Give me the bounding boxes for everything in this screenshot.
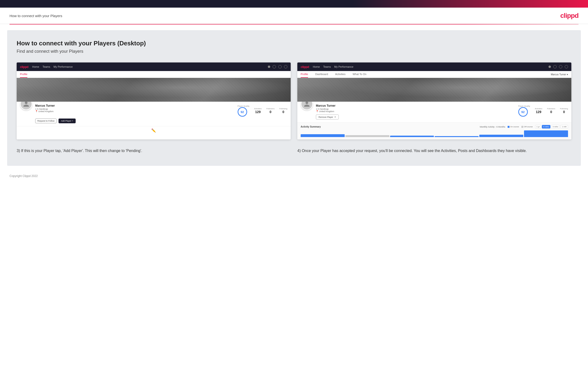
top-bar [0, 0, 588, 8]
app-navbar-left: clippd Home Teams My Performance [17, 62, 291, 71]
cursor-icon-left: ✏️ [151, 128, 156, 133]
stat-activities-left: Activities 129 [254, 108, 262, 114]
app-tabs-left: Profile [17, 71, 291, 78]
tab-whattoon-right[interactable]: What To On [353, 71, 366, 78]
logo: clippd [560, 12, 579, 19]
header: How to connect with your Players clippd [0, 8, 588, 24]
stat-quality-left: Player Quality 92 [238, 105, 250, 117]
player-location-left: 📍 United Kingdom [35, 110, 55, 113]
description-right: 4) Once your Player has accepted your re… [297, 148, 571, 154]
nav-myperformance-left[interactable]: My Performance [53, 65, 73, 68]
activity-title: Activity Summary [301, 125, 321, 128]
activity-header-right: Activity Summary Monthly Activity - 6 Mo… [301, 125, 568, 128]
screenshot-left: clippd Home Teams My Performance [17, 62, 291, 139]
stats-row-left: Player Quality 92 Activities 129 [238, 105, 287, 117]
main-content: How to connect with your Players (Deskto… [7, 30, 581, 166]
nav-teams-left[interactable]: Teams [43, 65, 50, 68]
bar-1 [301, 134, 345, 137]
quality-circle-left: 92 [238, 107, 247, 117]
app-nav-right-left [268, 65, 287, 68]
app-nav-items-left: Home Teams My Performance [32, 65, 73, 68]
time-btn-1yr[interactable]: 1 yr [535, 125, 541, 128]
player-handicap-right: 1-5 Handicap [316, 108, 339, 110]
player-name-left: Marcus Turner [35, 104, 55, 107]
copyright-text: Copyright Clippd 2022 [9, 174, 38, 178]
nav-home-left[interactable]: Home [32, 65, 39, 68]
screenshot-right: clippd Home Teams My Performance [297, 62, 571, 139]
add-player-button[interactable]: Add Player + [59, 118, 76, 123]
hero-image-left [17, 78, 291, 102]
quality-circle-right: 92 [518, 107, 528, 117]
header-divider [9, 24, 579, 25]
header-title: How to connect with your Players [9, 14, 62, 18]
remove-x-icon: ✕ [334, 116, 336, 118]
descriptions-row: 3) If this is your Player tap, 'Add Play… [17, 148, 571, 154]
screenshots-row: clippd Home Teams My Performance [17, 62, 571, 139]
tab-profile-left[interactable]: Profile [20, 71, 27, 78]
player-location-right: 📍 United Kingdom [316, 110, 339, 113]
flag-icon-right[interactable] [565, 65, 568, 68]
search-icon-left[interactable] [268, 66, 270, 68]
player-handicap-left: 1-5 Handicap [35, 108, 55, 110]
page-heading: How to connect with your Players (Deskto… [17, 40, 571, 47]
stat-following-left: Following 0 [279, 108, 287, 114]
app-logo-right: clippd [301, 65, 309, 69]
mock-app-left: clippd Home Teams My Performance [17, 62, 291, 135]
nav-teams-right[interactable]: Teams [323, 65, 331, 68]
player-name-right: Marcus Turner [316, 104, 339, 107]
legend-on-course: On course [508, 126, 519, 128]
profile-row-left: Marcus Turner 1-5 Handicap 📍 United King… [20, 104, 287, 123]
search-icon-right[interactable] [548, 66, 551, 68]
app-nav-right-right [548, 65, 568, 68]
tab-profile-right[interactable]: Profile [301, 71, 308, 78]
chart-bars [301, 130, 568, 137]
location-pin-icon-left: 📍 [35, 110, 38, 113]
bar-2 [345, 135, 389, 137]
user-icon-right[interactable] [553, 65, 557, 68]
time-buttons: 1 yr 6 mths 3 mths 1 mth [535, 125, 568, 128]
bar-3 [390, 136, 434, 137]
user-dropdown-right[interactable]: Marcus Turner ▾ [551, 73, 568, 76]
tab-dashboard-right[interactable]: Dashboard [315, 71, 328, 78]
time-btn-1mth[interactable]: 1 mth [560, 125, 568, 128]
nav-home-right[interactable]: Home [313, 65, 320, 68]
user-icon-left[interactable] [273, 65, 276, 68]
app-logo-left: clippd [20, 65, 28, 69]
bar-6 [524, 130, 568, 137]
stats-row-right: Player Quality 92 Activities 129 [518, 105, 568, 117]
remove-player-button[interactable]: Remove Player ✕ [316, 115, 339, 119]
stat-followers-right: Followers 0 [547, 108, 555, 114]
profile-section-right: Marcus Turner 1-5 Handicap 📍 United King… [297, 102, 571, 122]
app-navbar-right: clippd Home Teams My Performance [297, 62, 571, 71]
nav-myperformance-right[interactable]: My Performance [334, 65, 354, 68]
settings-icon-right[interactable] [559, 65, 562, 68]
time-btn-3mths[interactable]: 3 mths [551, 125, 560, 128]
profile-row-right: Marcus Turner 1-5 Handicap 📍 United King… [301, 104, 568, 119]
flag-icon-left[interactable] [284, 65, 287, 68]
stat-quality-right: Player Quality 92 [518, 105, 530, 117]
description-left-text: 3) If this is your Player tap, 'Add Play… [17, 149, 142, 153]
stat-followers-left: Followers 0 [266, 108, 275, 114]
app-tabs-right: Profile Dashboard Activities What To On … [297, 71, 571, 78]
legend-off-course: Off course [521, 126, 533, 128]
off-course-dot [521, 126, 523, 128]
stat-activities-right: Activities 129 [535, 108, 542, 114]
app-tabs-right-left: Profile Dashboard Activities What To On [301, 71, 370, 78]
stat-following-right: Following 0 [560, 108, 568, 114]
activity-legend: On course Off course [508, 126, 533, 128]
settings-icon-left[interactable] [278, 65, 282, 68]
request-follow-button[interactable]: Request to Follow [35, 118, 57, 123]
hero-image-right [297, 78, 571, 102]
activity-period: Monthly Activity - 6 Months [480, 126, 505, 128]
time-btn-6mths[interactable]: 6 mths [542, 125, 550, 128]
app-nav-items-right: Home Teams My Performance [313, 65, 353, 68]
mock-app-right: clippd Home Teams My Performance [297, 62, 571, 139]
page-subheading: Find and connect with your Players [17, 49, 571, 54]
profile-section-left: Marcus Turner 1-5 Handicap 📍 United King… [17, 102, 291, 126]
description-right-text: 4) Once your Player has accepted your re… [297, 149, 527, 153]
action-buttons-left: Request to Follow Add Player + [35, 118, 287, 123]
tab-activities-right[interactable]: Activities [335, 71, 345, 78]
screenshot-footer-left: ✏️ [17, 126, 291, 135]
on-course-dot [508, 126, 510, 128]
footer: Copyright Clippd 2022 [0, 172, 588, 181]
